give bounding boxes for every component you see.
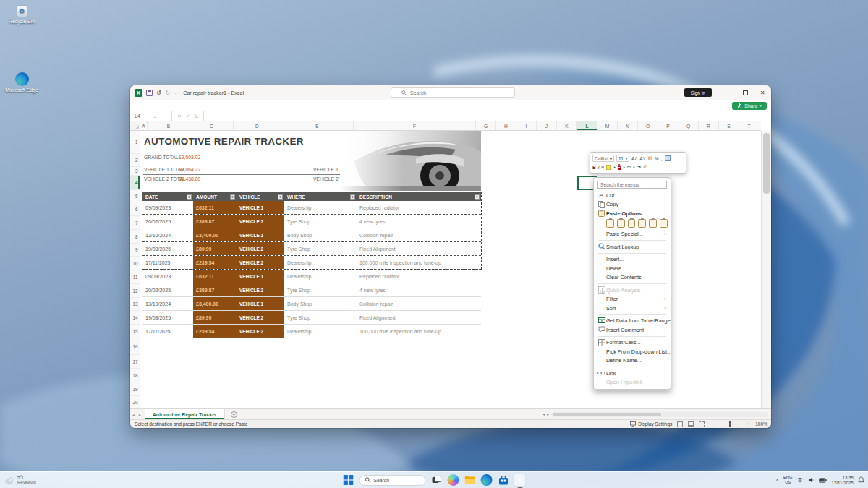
where-cell[interactable]: Tyre Shop [284,215,357,228]
where-cell[interactable]: Tyre Shop [284,311,357,324]
column-header-T[interactable]: T [739,121,760,130]
where-cell[interactable]: Dealership [284,201,357,214]
row-header-11[interactable]: 11 [130,270,140,284]
share-button[interactable]: Share ▾ [732,102,767,110]
vehicle-cell[interactable]: VEHICLE 2 [237,242,284,255]
row-header-12[interactable]: 12 [130,284,140,298]
customize-qat-icon[interactable]: ⌄ [174,90,178,95]
amount-cell[interactable]: £89.99 [193,242,237,255]
confirm-entry-icon[interactable]: ✓ [186,114,190,119]
insert-function-icon[interactable]: fx [195,114,198,119]
taskbar-icon-copilot[interactable] [448,474,459,486]
menu-item-clear-contents[interactable]: Clear Contents [595,273,669,283]
zoom-in-button[interactable]: + [747,421,750,427]
taskbar-search-box[interactable]: Search [359,475,426,486]
column-header-M[interactable]: M [597,121,618,130]
amount-cell[interactable]: £3,400.00 [193,228,237,241]
scroll-left-icon[interactable]: ◂ [542,412,545,416]
desktop-icon-microsoft-edge[interactable]: Microsoft Edge [3,72,41,93]
amount-cell[interactable]: £89.99 [193,311,237,324]
amount-cell[interactable]: £3,400.00 [193,297,237,310]
filter-dropdown-icon[interactable]: ▾ [230,194,235,200]
column-header-N[interactable]: N [618,121,638,130]
table-row[interactable]: 13/10/2024£3,400.00VEHICLE 1Body ShopCol… [142,297,481,311]
description-cell[interactable]: Replaced radiator [357,270,481,283]
paste-option-formulas-icon[interactable] [628,219,636,228]
row-header-18[interactable]: 18 [130,369,140,382]
select-all-corner[interactable] [130,121,140,130]
amount-cell[interactable]: £239.54 [193,325,237,338]
column-header-A[interactable]: A [140,121,148,130]
column-header-H[interactable]: H [496,121,516,130]
table-row[interactable]: 09/09/2023£632.11VEHICLE 1DealershipRepl… [142,270,481,283]
column-header-L[interactable]: L [577,121,597,130]
zoom-slider-knob[interactable] [729,421,731,427]
format-painter-icon[interactable]: ▨ [648,155,652,161]
vehicle-cell[interactable]: VEHICLE 1 [237,201,284,214]
bold-button[interactable]: B [592,165,596,170]
paste-option-values-icon[interactable] [617,219,625,228]
taskbar-icon-file-explorer[interactable] [464,474,476,486]
menu-item-link[interactable]: Link [595,369,669,378]
normal-view-button[interactable] [677,421,683,427]
styles-brush-icon[interactable]: ✐ [643,164,647,170]
sheet-nav-arrows[interactable]: ◂ ▸ [130,412,145,417]
column-header-J[interactable]: J [537,121,557,130]
comma-style-icon[interactable]: , [661,156,663,161]
date-cell[interactable]: 09/09/2023 [142,270,193,283]
menu-item-cut[interactable]: ✂Cut [595,191,669,200]
column-header-B[interactable]: B [148,121,190,130]
paste-option-link-icon[interactable] [660,219,668,228]
zoom-level[interactable]: 100% [755,421,767,427]
description-cell[interactable]: 4 new tyres [357,215,481,228]
excel-app-icon[interactable]: X [135,89,142,97]
date-cell[interactable]: 17/11/2025 [142,325,193,338]
column-header-F[interactable]: F [354,121,476,130]
fill-color-icon[interactable] [606,165,611,170]
cancel-entry-icon[interactable]: ✕ [177,114,182,119]
date-cell[interactable]: 20/02/2025 [142,283,193,296]
description-cell[interactable]: Collision repair [357,228,481,241]
filter-dropdown-icon[interactable]: ▾ [475,194,480,200]
where-cell[interactable]: Tyre Shop [284,242,357,255]
row-header-5[interactable]: 5 [130,190,140,202]
row-header-3[interactable]: 3 [130,167,140,176]
menu-item-delete[interactable]: Delete... [595,264,669,273]
menu-item-pick-from-drop-down-list[interactable]: Pick From Drop-down List... [595,347,669,356]
date-cell[interactable]: 20/02/2025 [142,215,193,228]
menu-item-filter[interactable]: Filter› [595,295,669,304]
clock[interactable]: 13:35 17/11/2025 [831,475,854,486]
column-header-D[interactable]: D [234,121,281,130]
speaker-icon[interactable] [808,477,814,483]
description-cell[interactable]: Replaced radiator [357,201,481,214]
amount-cell[interactable]: £389.87 [193,215,237,228]
taskbar-icon-store[interactable] [498,474,509,486]
where-cell[interactable]: Dealership [284,325,357,338]
menu-item-get-data-from-table-range[interactable]: Get Data from Table/Range... [595,317,669,326]
table-row[interactable]: 20/02/2025£389.87VEHICLE 2Tyre Shop4 new… [142,283,481,297]
minimize-button[interactable]: ─ [719,85,736,100]
row-header-19[interactable]: 19 [130,382,140,396]
row-header-17[interactable]: 17 [130,355,140,369]
save-button[interactable] [146,90,153,96]
row-header-15[interactable]: 15 [130,325,140,338]
menu-item-sort[interactable]: Sort› [595,304,669,313]
date-cell[interactable]: 19/08/2025 [142,242,193,255]
notification-bell-icon[interactable] [858,476,864,484]
row-header-9[interactable]: 9 [130,244,140,257]
description-cell[interactable]: 100,000 mile inspection and tune-up [357,325,481,338]
horizontal-scrollbar-thumb[interactable] [553,413,661,416]
column-header-R[interactable]: R [699,121,719,130]
description-cell[interactable]: Fixed Alignment [357,311,481,324]
table-row[interactable]: 09/09/2023£632.11VEHICLE 1DealershipRepl… [142,201,481,215]
date-cell[interactable]: 13/10/2024 [142,297,193,310]
sheet-tab-active[interactable]: Automotive Repair Tracker [145,409,225,419]
paste-option-transpose-icon[interactable] [638,219,646,228]
office-search-box[interactable]: Search [391,87,515,98]
date-cell[interactable]: 13/10/2024 [142,228,193,241]
row-header-16[interactable]: 16 [130,338,140,355]
font-color-icon[interactable]: A [618,164,621,170]
date-cell[interactable]: 09/09/2023 [142,201,193,214]
table-row[interactable]: 19/08/2025£89.99VEHICLE 2Tyre ShopFixed … [142,311,481,325]
date-cell[interactable]: 19/08/2025 [142,311,193,324]
